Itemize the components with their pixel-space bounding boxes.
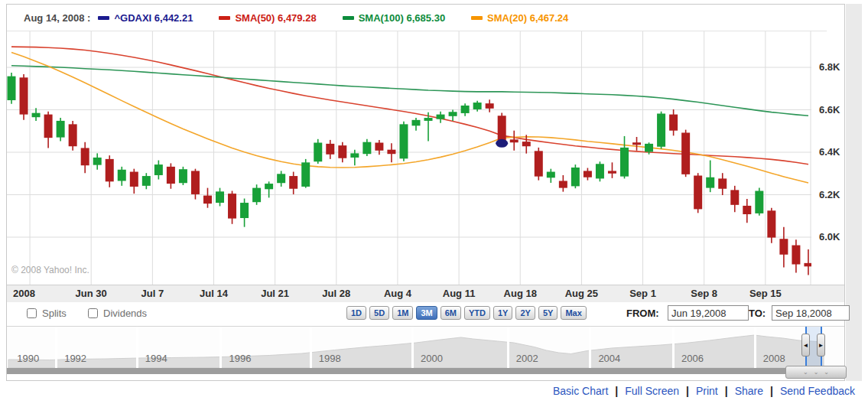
range-button-1d[interactable]: 1D — [346, 306, 366, 320]
range-button-5d[interactable]: 5D — [369, 306, 389, 320]
candle-sep-17[interactable] — [792, 239, 800, 272]
footer-link-share[interactable]: Share — [735, 385, 763, 397]
candle-jul-2[interactable] — [118, 167, 126, 186]
candle-aug-7[interactable] — [437, 112, 445, 123]
candle-jul-25[interactable] — [326, 140, 334, 159]
x-axis-tick: 2008 — [13, 288, 35, 299]
candle-sep-2[interactable] — [657, 112, 665, 149]
candle-jul-23[interactable] — [301, 159, 310, 188]
legend-item-sma100: SMA(100) 6,685.30 — [343, 12, 445, 24]
legend-item-text: SMA(100) 6,685.30 — [359, 12, 445, 24]
candle-jun-27[interactable] — [81, 142, 89, 174]
candle-jul-28[interactable] — [338, 142, 346, 163]
candle-jul-16[interactable] — [240, 198, 249, 226]
range-button-max[interactable]: Max — [561, 306, 586, 320]
candle-aug-21[interactable] — [559, 175, 567, 192]
candle-aug-13[interactable] — [486, 99, 494, 112]
timeline-left-handle[interactable]: ◄ — [801, 334, 810, 357]
candle-aug-8[interactable] — [449, 110, 457, 121]
candle-aug-1[interactable] — [387, 143, 395, 162]
timeline-right-handle[interactable]: ► — [817, 334, 825, 357]
candle-sep-16[interactable] — [779, 227, 788, 268]
candle-jul-11[interactable] — [203, 188, 212, 208]
candle-jul-9[interactable] — [179, 167, 187, 185]
candlestick-plot[interactable] — [7, 31, 811, 285]
x-axis-tick: Jul 28 — [320, 288, 353, 299]
range-button-ytd[interactable]: YTD — [464, 306, 490, 320]
range-button-6m[interactable]: 6M — [441, 306, 461, 320]
candle-jul-1[interactable] — [106, 155, 114, 187]
candle-sep-10[interactable] — [730, 186, 739, 212]
footer-link-basic-chart[interactable]: Basic Chart — [553, 385, 608, 397]
candle-jul-21[interactable] — [277, 171, 285, 187]
candle-aug-18[interactable] — [522, 135, 531, 153]
candle-aug-15[interactable] — [510, 131, 519, 151]
candle-aug-25[interactable] — [584, 168, 592, 181]
candle-jun-25[interactable] — [57, 118, 65, 142]
candle-aug-26[interactable] — [596, 161, 604, 181]
candle-sep-8[interactable] — [706, 161, 714, 193]
candle-sep-4[interactable] — [681, 130, 690, 177]
candle-aug-27[interactable] — [608, 162, 616, 178]
x-axis-tick: Aug 18 — [503, 288, 537, 299]
candle-aug-19[interactable] — [535, 148, 543, 181]
candle-jun-20[interactable] — [20, 74, 28, 120]
candle-jul-18[interactable] — [265, 181, 273, 197]
from-date-input[interactable] — [668, 305, 749, 321]
legend-swatch-icon — [343, 16, 354, 20]
candle-sep-9[interactable] — [718, 173, 727, 195]
to-label: TO: — [749, 308, 766, 319]
x-axis-tick: Sep 8 — [688, 288, 721, 299]
candle-aug-20[interactable] — [547, 169, 555, 183]
candle-sep-15[interactable] — [767, 208, 775, 243]
candle-jun-30[interactable] — [93, 153, 102, 169]
splits-checkbox[interactable] — [27, 308, 37, 318]
candle-sep-5[interactable] — [694, 173, 702, 213]
selected-date-marker[interactable] — [496, 139, 508, 148]
x-axis-tick: Aug 11 — [442, 288, 476, 299]
candle-jun-26[interactable] — [69, 121, 77, 151]
candle-jul-17[interactable] — [252, 184, 261, 205]
right-arrow-icon: ► — [818, 342, 824, 349]
candle-aug-22[interactable] — [571, 164, 580, 188]
range-button-1y[interactable]: 1Y — [493, 306, 512, 320]
horizontal-scrollbar-track[interactable] — [7, 368, 844, 374]
candle-jun-24[interactable] — [44, 112, 53, 148]
splits-checkbox-row[interactable]: Splits — [27, 308, 67, 319]
candle-jul-14[interactable] — [216, 188, 224, 207]
footer-link-send-feedback[interactable]: Send Feedback — [780, 385, 855, 397]
candle-jul-3[interactable] — [130, 169, 138, 194]
candle-aug-28[interactable] — [620, 136, 629, 179]
candle-sep-3[interactable] — [669, 109, 678, 135]
candle-aug-5[interactable] — [411, 118, 420, 131]
range-button-3m[interactable]: 3M — [416, 306, 437, 320]
range-button-1m[interactable]: 1M — [392, 306, 413, 320]
candle-jul-8[interactable] — [167, 163, 175, 188]
candle-jul-15[interactable] — [228, 191, 236, 224]
candle-jul-22[interactable] — [289, 172, 297, 194]
legend-item-sma20: SMA(20) 6,467.24 — [471, 12, 568, 24]
candle-aug-29[interactable] — [632, 137, 641, 151]
dividends-checkbox[interactable] — [88, 308, 98, 318]
to-date-input[interactable] — [772, 305, 850, 321]
legend-swatch-icon — [98, 16, 109, 20]
candle-aug-11[interactable] — [461, 103, 470, 116]
candle-jun-19[interactable] — [8, 73, 16, 104]
candle-jul-7[interactable] — [154, 161, 163, 180]
legend-item-gdaxi: ^GDAXI 6,442.21 — [98, 12, 193, 24]
candle-sep-12[interactable] — [755, 188, 763, 216]
range-button-2y[interactable]: 2Y — [515, 306, 535, 320]
horizontal-scrollbar-thumb[interactable]: ⌄ ⌄ ⌄ — [785, 366, 847, 379]
candle-jul-24[interactable] — [314, 139, 322, 164]
candle-jul-4[interactable] — [142, 173, 151, 189]
candle-sep-11[interactable] — [743, 199, 751, 223]
dividends-checkbox-row[interactable]: Dividends — [88, 308, 147, 319]
footer-link-full-screen[interactable]: Full Screen — [625, 385, 679, 397]
range-button-5y[interactable]: 5Y — [538, 306, 558, 320]
timeline-year-label: 2006 — [681, 353, 704, 364]
candle-aug-4[interactable] — [399, 122, 408, 161]
footer-link-print[interactable]: Print — [696, 385, 718, 397]
history-timeline[interactable]: ◄ ► 199019921994199619982000200220042006… — [7, 326, 844, 369]
candle-jul-30[interactable] — [362, 139, 371, 156]
yahoo-finance-chart-widget: Aug 14, 2008 : ^GDAXI 6,442.21SMA(50) 6,… — [0, 0, 868, 407]
